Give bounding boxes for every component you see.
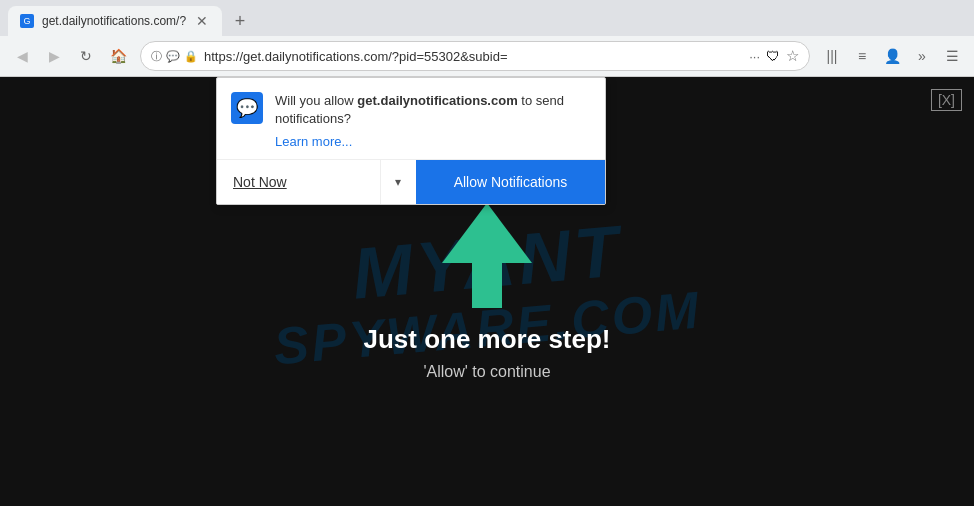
- popup-question: Will you allow get.dailynotifications.co…: [275, 92, 589, 128]
- library-button[interactable]: |||: [818, 42, 846, 70]
- more-button[interactable]: ···: [749, 49, 760, 64]
- chat-icon: 💬: [166, 50, 180, 63]
- back-button[interactable]: ◀: [8, 42, 36, 70]
- tab-title: get.dailynotifications.com/?: [42, 14, 186, 28]
- arrow-stem: [472, 263, 502, 308]
- reader-button[interactable]: ≡: [848, 42, 876, 70]
- popup-actions: Not Now ▾ Allow Notifications: [217, 159, 605, 204]
- not-now-button[interactable]: Not Now: [217, 160, 380, 204]
- active-tab[interactable]: G get.dailynotifications.com/? ✕: [8, 6, 222, 36]
- tab-close-button[interactable]: ✕: [194, 13, 210, 29]
- dropdown-button[interactable]: ▾: [380, 160, 416, 204]
- address-text: https://get.dailynotifications.com/?pid=…: [204, 49, 743, 64]
- page-text: Just one more step! 'Allow' to continue: [363, 324, 610, 381]
- notification-popup: 💬 Will you allow get.dailynotifications.…: [216, 77, 606, 205]
- toolbar: ◀ ▶ ↻ 🏠 ⓘ 💬 🔒 https://get.dailynotificat…: [0, 36, 974, 76]
- info-icon: ⓘ: [151, 49, 162, 64]
- menu-button[interactable]: ☰: [938, 42, 966, 70]
- page-content: MYANT SPYWARE.COM Just one more step! 'A…: [0, 77, 974, 506]
- shield-button[interactable]: 🛡: [766, 48, 780, 64]
- headline: Just one more step!: [363, 324, 610, 355]
- chat-bubble-icon: 💬: [236, 97, 258, 119]
- tab-bar: G get.dailynotifications.com/? ✕ +: [0, 0, 974, 36]
- tab-favicon: G: [20, 14, 34, 28]
- address-bar[interactable]: ⓘ 💬 🔒 https://get.dailynotifications.com…: [140, 41, 810, 71]
- subline: 'Allow' to continue: [363, 363, 610, 381]
- forward-button[interactable]: ▶: [40, 42, 68, 70]
- new-tab-button[interactable]: +: [226, 7, 254, 35]
- star-button[interactable]: ☆: [786, 47, 799, 65]
- popup-question-prefix: Will you allow: [275, 93, 357, 108]
- home-button[interactable]: 🏠: [104, 42, 132, 70]
- refresh-button[interactable]: ↻: [72, 42, 100, 70]
- extend-button[interactable]: »: [908, 42, 936, 70]
- learn-more-link[interactable]: Learn more...: [275, 134, 589, 149]
- arrow-head: [442, 203, 532, 263]
- toolbar-actions: ||| ≡ 👤 » ☰: [818, 42, 966, 70]
- lock-icon: 🔒: [184, 50, 198, 63]
- close-button[interactable]: [X]: [931, 89, 962, 111]
- popup-header: 💬 Will you allow get.dailynotifications.…: [217, 78, 605, 159]
- allow-notifications-button[interactable]: Allow Notifications: [416, 160, 605, 204]
- arrow-icon: [442, 203, 532, 308]
- account-button[interactable]: 👤: [878, 42, 906, 70]
- popup-text-area: Will you allow get.dailynotifications.co…: [275, 92, 589, 149]
- address-security-icons: ⓘ 💬 🔒: [151, 49, 198, 64]
- browser-chrome: G get.dailynotifications.com/? ✕ + ◀ ▶ ↻…: [0, 0, 974, 77]
- popup-chat-icon: 💬: [231, 92, 263, 124]
- popup-domain: get.dailynotifications.com: [357, 93, 517, 108]
